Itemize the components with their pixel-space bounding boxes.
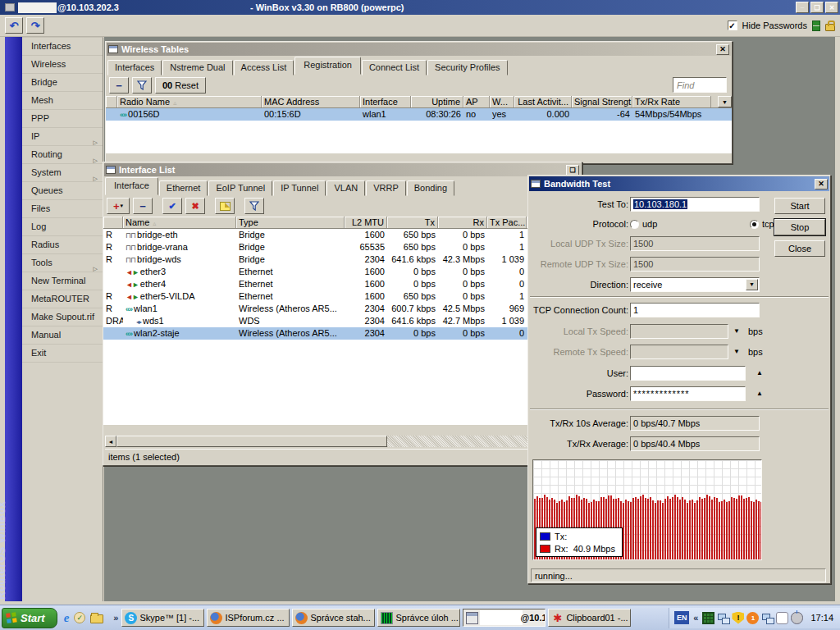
reset-button[interactable]: 00 Reset [155, 77, 206, 94]
internet-explorer-icon[interactable]: e [64, 611, 70, 625]
tab[interactable]: Interfaces [107, 60, 162, 75]
tray-icon[interactable] [732, 612, 744, 624]
column-header[interactable]: Interface [360, 96, 411, 107]
taskbar-task-button[interactable]: Skype™ [1] -... [121, 609, 204, 627]
undo-icon[interactable]: ↶ [5, 17, 23, 34]
find-input[interactable] [673, 77, 727, 93]
table-row[interactable]: R ether5-VILDA Ethernet 1600 650 bps 0 b… [103, 290, 582, 303]
table-row[interactable]: ether3 Ethernet 1600 0 bps 0 bps 0 [103, 266, 582, 278]
close-icon[interactable] [716, 44, 729, 55]
tcp-connection-count-field[interactable]: 1 [630, 303, 760, 317]
start-button[interactable]: Start [2, 608, 57, 628]
tab[interactable]: Connect List [362, 60, 427, 75]
column-options-dropdown-icon[interactable]: ▼ [718, 96, 732, 107]
minimize-button[interactable] [796, 2, 809, 13]
language-indicator[interactable]: EN [674, 611, 689, 624]
sidebar-item[interactable]: New Terminal [22, 272, 103, 290]
sidebar-item[interactable]: Wireless [22, 56, 103, 74]
direction-dropdown[interactable]: receive ▼ [630, 277, 760, 292]
redo-icon[interactable]: ↷ [26, 17, 44, 34]
restore-icon[interactable] [566, 165, 579, 176]
flags-column-header[interactable] [103, 217, 123, 228]
column-header[interactable]: L2 MTU [345, 217, 387, 228]
taskbar-task-button[interactable]: Clipboard01 -... [548, 609, 631, 627]
tab[interactable]: Bonding [407, 180, 454, 196]
chevron-up-icon[interactable]: ▲ [756, 390, 763, 397]
taskbar-task-button[interactable]: @10.1... [463, 609, 546, 627]
sidebar-item[interactable]: Queues [22, 182, 103, 200]
column-header[interactable]: Type [236, 217, 345, 228]
taskbar-task-button[interactable]: Správce stah... [292, 609, 375, 627]
enable-button[interactable]: ✔ [162, 198, 182, 214]
password-field[interactable]: ************* [630, 386, 746, 401]
tab[interactable]: Interface [105, 177, 158, 195]
table-row[interactable]: wlan2-staje Wireless (Atheros AR5... 230… [103, 327, 582, 340]
column-header[interactable]: Last Activit... [514, 96, 572, 107]
sidebar-item[interactable]: Log [22, 218, 103, 236]
remove-button[interactable]: − [109, 77, 129, 94]
interface-list-titlebar[interactable]: Interface List [104, 163, 581, 176]
table-row[interactable]: R bridge-vrana Bridge 65535 650 bps 0 bp… [103, 241, 582, 253]
tray-icon[interactable] [746, 612, 759, 624]
sidebar-item[interactable]: System ▷ [22, 164, 103, 182]
tray-icon[interactable] [776, 612, 788, 624]
sidebar-item[interactable]: Routing ▷ [22, 146, 103, 164]
sidebar-item[interactable]: Exit [22, 345, 103, 363]
taskbar-task-button[interactable]: Správce úloh ... [377, 609, 460, 627]
chevron-down-icon[interactable]: ▼ [733, 327, 740, 335]
tab[interactable]: Nstreme Dual [162, 60, 232, 75]
table-row[interactable]: R bridge-wds Bridge 2304 641.6 kbps 42.3… [103, 253, 582, 266]
sidebar-item[interactable]: PPP [22, 110, 103, 128]
hide-passwords-checkbox[interactable] [728, 21, 737, 30]
sidebar-item[interactable]: Files [22, 200, 103, 218]
protocol-udp-radio[interactable]: udp [630, 219, 660, 229]
horizontal-scrollbar[interactable]: ◄ [105, 436, 580, 447]
chevron-down-icon[interactable]: ▼ [746, 279, 758, 290]
table-row[interactable]: 00156D 00:15:6D wlan1 08:30:26 no yes 0.… [106, 108, 732, 121]
test-to-field[interactable]: 10.103.180.1 [630, 197, 760, 212]
column-header[interactable]: Signal Strengt... [572, 96, 632, 107]
select-column-header[interactable] [106, 96, 117, 107]
disable-button[interactable]: ✖ [185, 198, 205, 214]
sidebar-item[interactable]: Interfaces [22, 38, 103, 56]
close-button[interactable]: Close [774, 240, 825, 257]
tray-collapse-chevron[interactable]: « [693, 613, 698, 623]
filter-icon[interactable] [244, 198, 264, 214]
sidebar-item[interactable]: Make Supout.rif [22, 308, 103, 326]
sidebar-item[interactable]: Radius [22, 236, 103, 254]
start-button[interactable]: Start [774, 198, 825, 214]
tab[interactable]: VLAN [326, 180, 365, 196]
tray-icon[interactable] [761, 612, 774, 624]
security-badge-icon[interactable] [74, 612, 85, 623]
quick-launch-overflow-chevron[interactable]: » [113, 613, 118, 623]
sidebar-item[interactable]: Mesh [22, 92, 103, 110]
sidebar-item[interactable]: IP ▷ [22, 128, 103, 146]
tray-icon[interactable] [702, 612, 714, 624]
remove-button[interactable]: − [133, 198, 153, 214]
column-header[interactable]: Tx/Rx Rate [632, 96, 711, 107]
table-row[interactable]: R bridge-eth Bridge 1600 650 bps 0 bps 1 [103, 229, 582, 241]
sidebar-item[interactable]: Bridge [22, 74, 103, 92]
column-header[interactable]: Rx [438, 217, 487, 228]
table-row[interactable]: ether4 Ethernet 1600 0 bps 0 bps 0 [103, 278, 582, 290]
close-icon[interactable] [815, 179, 828, 189]
column-header[interactable]: W... [490, 96, 514, 107]
wireless-tables-titlebar[interactable]: Wireless Tables [107, 43, 731, 56]
table-row[interactable]: R wlan1 Wireless (Atheros AR5... 2304 60… [103, 303, 582, 315]
folder-icon[interactable] [90, 614, 103, 623]
tab[interactable]: Access List [234, 60, 294, 75]
scrollbar-thumb[interactable] [116, 436, 387, 447]
column-header[interactable]: Uptime [411, 96, 463, 107]
tab[interactable]: Security Profiles [427, 60, 507, 75]
comment-icon[interactable] [215, 198, 235, 214]
filter-icon[interactable] [132, 77, 152, 94]
tray-icon[interactable] [717, 612, 729, 624]
chevron-down-icon[interactable]: ▼ [733, 348, 740, 355]
column-header[interactable]: Radio Name▵ [117, 96, 262, 107]
tab[interactable]: Registration [294, 57, 361, 75]
scroll-left-icon[interactable]: ◄ [105, 436, 116, 447]
column-header[interactable]: Name▵ [123, 217, 236, 228]
column-header[interactable]: MAC Address [262, 96, 360, 107]
table-row[interactable]: DRA wds1 WDS 2304 641.6 kbps 42.7 Mbps 1… [103, 315, 582, 327]
tray-icon[interactable] [791, 612, 803, 624]
